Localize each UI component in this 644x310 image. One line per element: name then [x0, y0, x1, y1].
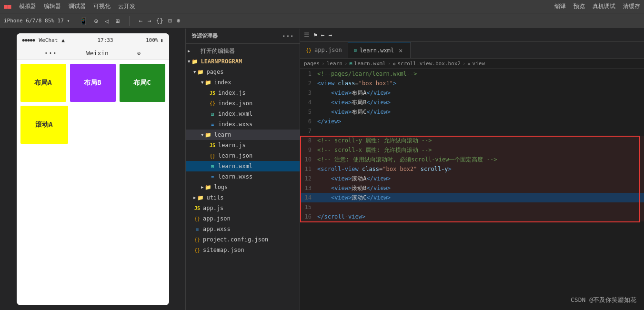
wechat-label: WeChat — [39, 37, 58, 43]
editor-panel: ☰ ⚑ ← → {} app.json ⊞ learn.wxml × pages… — [300, 29, 644, 310]
code-line-4: 4 <view>布局B</view> — [300, 98, 644, 107]
editor-tabs: {} app.json ⊞ learn.wxml × — [300, 42, 644, 59]
title-bar: iPhone 6/7/8 85% 17 ▾ 📱 ⊙ ◁ ⊞ ← → {} ⊡ ⊕ — [0, 13, 644, 29]
code-line-10: 10 <!-- 注意: 使用纵向滚动时, 必须scroll-view一个固定高度… — [300, 155, 644, 164]
app-json-item[interactable]: {} app.json — [186, 213, 300, 224]
breadcrumb-view-icon: ◇ — [468, 61, 471, 66]
utils-folder[interactable]: ▶ 📁 utils — [186, 192, 300, 203]
menu-editor[interactable]: 编辑器 — [44, 2, 61, 10]
nav-right-icon[interactable]: → — [329, 31, 332, 39]
breadcrumb-scroll[interactable]: scroll-view.box.box2 — [397, 60, 460, 67]
dots-icon[interactable]: ⊡ — [168, 17, 172, 24]
menu-cloud[interactable]: 云开发 — [118, 2, 135, 10]
code-icon[interactable]: {} — [156, 17, 163, 24]
device-info[interactable]: iPhone 6/7/8 85% 17 ▾ — [4, 18, 70, 24]
nav-left-icon[interactable]: ← — [321, 31, 325, 39]
app-wxss-item[interactable]: ≡ app.wxss — [186, 224, 300, 234]
bookmark-icon[interactable]: ⚑ — [313, 31, 317, 39]
logs-folder[interactable]: ▶ 📁 logs — [186, 182, 300, 192]
index-wxml-item[interactable]: ⊞ index.wxml — [186, 109, 300, 119]
right-arrow-icon[interactable]: → — [148, 17, 151, 24]
code-line-1: 1 <!--pages/learn/learn.wxml--> — [300, 69, 644, 79]
utils-label: utils — [206, 194, 223, 201]
menu-clear-cache[interactable]: 清缓存 — [623, 2, 640, 10]
phone-icon[interactable]: 📱 — [80, 17, 88, 25]
learn-wxml-item[interactable]: ⊞ learn.wxml — [186, 161, 300, 171]
sitemap-json-item[interactable]: {} sitemap.json — [186, 245, 300, 255]
circle-icon[interactable]: ⊙ — [94, 17, 98, 25]
app-json-tab-label: app.json — [314, 47, 342, 53]
explorer-panel: 资源管理器 ··· ▶ 打开的编辑器 ▼ 📁 LEARNPROGRAM ▼ 📁 … — [186, 29, 300, 310]
index-js-item[interactable]: JS index.js — [186, 88, 300, 98]
box-layout-b: 布局B — [70, 64, 116, 102]
menu-visual[interactable]: 可视化 — [93, 2, 111, 10]
line-code-14: <view>滚动C</view> — [315, 193, 644, 202]
index-wxss-label: index.wxss — [218, 121, 252, 128]
index-js-label: index.js — [218, 90, 246, 96]
index-wxss-item[interactable]: ≡ index.wxss — [186, 119, 300, 130]
nav-dots: ••• — [45, 50, 58, 56]
index-json-icon: {} — [209, 100, 216, 107]
learn-js-label: learn.js — [218, 142, 246, 149]
code-line-16: 16 </scroll-view> — [300, 212, 644, 221]
signal-dots: ●●●●● — [22, 38, 35, 42]
learn-wxss-item[interactable]: ≡ learn.wxss — [186, 171, 300, 182]
grid-icon[interactable]: ⊞ — [115, 17, 119, 25]
nav-title: Weixin — [86, 50, 109, 57]
left-arrow-icon[interactable]: ← — [139, 17, 143, 24]
code-area[interactable]: 1 <!--pages/learn/learn.wxml--> 2 <view … — [300, 69, 644, 310]
learn-js-icon: JS — [209, 141, 216, 149]
line-code-9: <!-- scroll-x 属性: 允许横向滚动 --> — [315, 145, 644, 155]
explorer-more-icon[interactable]: ··· — [282, 32, 294, 40]
logs-folder-icon: 📁 — [204, 183, 212, 191]
breadcrumb-view[interactable]: view — [473, 60, 485, 67]
hamburger-icon[interactable]: ☰ — [304, 31, 310, 39]
menu-compile[interactable]: 编译 — [554, 2, 566, 10]
code-line-15: 15 — [300, 202, 644, 212]
learn-wxml-tab-icon: ⊞ — [354, 48, 357, 53]
pages-arrow: ▼ — [193, 70, 196, 74]
back-icon[interactable]: ◁ — [105, 17, 109, 25]
tab-app-json[interactable]: {} app.json — [300, 42, 348, 58]
project-root-item[interactable]: ▼ 📁 LEARNPROGRAM — [186, 56, 300, 67]
menu-device-debug[interactable]: 真机调试 — [593, 2, 615, 10]
line-num-6: 6 — [300, 117, 315, 126]
utils-folder-icon: 📁 — [197, 194, 204, 201]
breadcrumb-learn[interactable]: learn — [327, 60, 342, 67]
learn-json-item[interactable]: {} learn.json — [186, 150, 300, 161]
line-code-10: <!-- 注意: 使用纵向滚动时, 必须scroll-view一个固定高度 --… — [315, 155, 644, 164]
project-config-item[interactable]: {} project.config.json — [186, 234, 300, 245]
pages-label: pages — [206, 69, 223, 75]
open-editors-item[interactable]: ▶ 打开的编辑器 — [186, 46, 300, 56]
code-line-12: 12 <view>滚动A</view> — [300, 174, 644, 183]
menu-preview[interactable]: 预览 — [574, 2, 585, 10]
project-arrow: ▼ — [188, 59, 190, 64]
menu-simulator[interactable]: 模拟器 — [19, 2, 36, 10]
index-folder[interactable]: ▼ 📁 index — [186, 77, 300, 88]
tab-learn-wxml[interactable]: ⊞ learn.wxml × — [348, 42, 411, 58]
sitemap-json-label: sitemap.json — [203, 247, 244, 253]
app-js-item[interactable]: JS app.js — [186, 203, 300, 213]
app-wxss-icon: ≡ — [193, 225, 201, 233]
pages-folder[interactable]: ▼ 📁 pages — [186, 67, 300, 77]
plug-icon[interactable]: ⊕ — [177, 17, 181, 24]
learn-js-item[interactable]: JS learn.js — [186, 140, 300, 150]
breadcrumb-pages[interactable]: pages — [304, 60, 320, 67]
app-js-label: app.js — [203, 205, 223, 211]
open-editors-icon — [191, 47, 199, 55]
index-json-item[interactable]: {} index.json — [186, 98, 300, 109]
line-num-3: 3 — [300, 88, 315, 98]
learn-wxml-tab-close[interactable]: × — [397, 47, 404, 54]
learn-wxss-label: learn.wxss — [218, 173, 252, 180]
editor-toolbar: ☰ ⚑ ← → — [300, 29, 644, 42]
explorer-header: 资源管理器 ··· — [186, 29, 300, 44]
learn-folder[interactable]: ▼ 📁 learn — [186, 130, 300, 140]
learn-wxml-tab-label: learn.wxml — [360, 47, 394, 54]
menu-debugger[interactable]: 调试器 — [69, 2, 86, 10]
app-json-tab-icon: {} — [306, 48, 312, 53]
device-arrow[interactable]: ▾ — [67, 18, 70, 23]
learn-json-icon: {} — [209, 152, 216, 160]
code-line-6: 6 </view> — [300, 117, 644, 126]
breadcrumb-wxml[interactable]: learn.wxml — [354, 60, 386, 67]
line-num-1: 1 — [300, 69, 315, 79]
